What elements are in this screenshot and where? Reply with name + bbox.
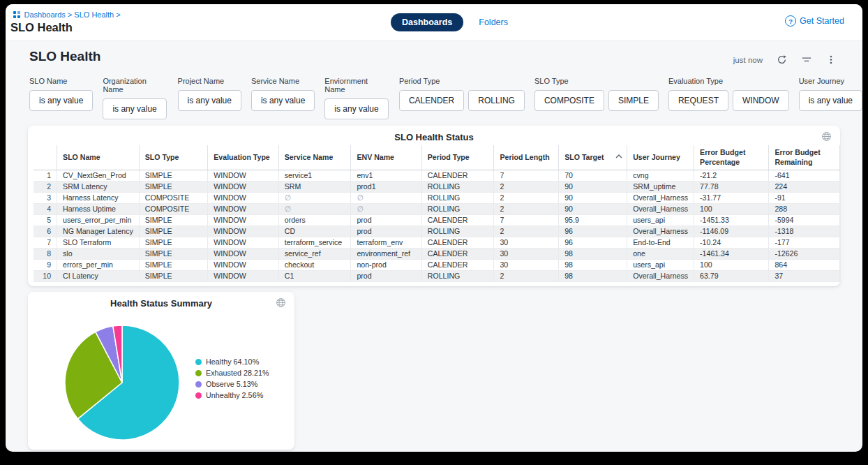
table-cell: 90 (559, 204, 627, 215)
row-number: 6 (33, 226, 57, 237)
explore-globe-icon[interactable] (276, 297, 286, 310)
table-cell: cvng (627, 170, 694, 182)
filter-value-button[interactable]: is any value (251, 90, 315, 111)
breadcrumb[interactable]: Dashboards > SLO Health > (13, 10, 121, 19)
table-cell: ROLLING (421, 226, 494, 237)
filter-value-button[interactable]: is any value (29, 90, 93, 111)
table-cell: CALENDER (421, 237, 494, 249)
table-cell: slo (57, 249, 140, 260)
column-header[interactable]: SLO Name (57, 145, 140, 170)
table-cell: env1 (351, 170, 421, 182)
table-cell: Overall_Harness (627, 193, 694, 204)
table-row[interactable]: 5users_error_per_minSIMPLEWINDOWorderspr… (33, 215, 840, 226)
table-cell: SIMPLE (139, 215, 208, 226)
table-body: 1CV_NextGen_ProdSIMPLEWINDOWservice1env1… (33, 170, 840, 282)
table-cell: users_api (627, 260, 694, 271)
table-cell: 37 (769, 271, 840, 282)
legend-item-observe[interactable]: Observe 5.13% (195, 380, 269, 388)
table-cell: -1451.33 (694, 215, 769, 226)
table-cell: prod (351, 215, 421, 226)
column-header[interactable]: SLO Type (139, 145, 208, 170)
column-header[interactable]: Error Budget Percentage (694, 145, 769, 170)
column-header[interactable]: Service Name (278, 145, 351, 170)
table-cell: WINDOW (208, 271, 278, 282)
table-row[interactable]: 3Harness LatencyCOMPOSITEWINDOW∅∅ROLLING… (33, 193, 840, 204)
table-cell: WINDOW (208, 260, 278, 271)
filter-value-button[interactable]: CALENDER (399, 90, 464, 111)
legend-label: Observe 5.13% (206, 380, 257, 388)
refresh-button[interactable] (777, 54, 787, 65)
table-cell: WINDOW (208, 182, 278, 193)
table-cell: CI Latency (57, 271, 140, 282)
legend-dot (195, 392, 202, 399)
legend-item-healthy[interactable]: Healthy 64.10% (195, 357, 269, 366)
breadcrumb-text[interactable]: Dashboards > SLO Health > (24, 10, 121, 19)
filter-label: User Journey (799, 77, 862, 85)
pie-chart-title: Health Status Summary (28, 292, 294, 309)
table-cell: WINDOW (208, 204, 278, 215)
table-row[interactable]: 8sloSIMPLEWINDOWservice_refenvironment_r… (33, 249, 840, 260)
filter-value-button[interactable]: is any value (178, 90, 241, 111)
filter-value-button[interactable]: SIMPLE (608, 90, 659, 111)
filter-value-button[interactable]: is any value (103, 98, 166, 119)
legend-item-exhausted[interactable]: Exhausted 28.21% (195, 369, 269, 377)
table-cell: ROLLING (421, 182, 494, 193)
column-header[interactable]: Period Length (494, 145, 559, 170)
table-row[interactable]: 2SRM LatencySIMPLEWINDOWSRMprod1ROLLING2… (33, 182, 840, 193)
table-row[interactable]: 1CV_NextGen_ProdSIMPLEWINDOWservice1env1… (33, 170, 840, 182)
filter-value-button[interactable]: COMPOSITE (534, 90, 604, 111)
table-cell: 224 (769, 182, 840, 193)
table-cell: COMPOSITE (139, 204, 208, 215)
table-row[interactable]: 6NG Manager LatencySIMPLEWINDOWCDprodROL… (33, 226, 840, 237)
table-cell: one (627, 249, 694, 260)
tab-folders[interactable]: Folders (479, 17, 508, 27)
table-cell: non-prod (351, 260, 421, 271)
table-cell: prod1 (351, 182, 421, 193)
table-cell: 288 (769, 204, 840, 215)
filter-value-button[interactable]: is any value (799, 90, 862, 111)
table-cell: -1146.09 (694, 226, 769, 237)
table-cell: 98 (559, 271, 627, 282)
column-header[interactable]: ENV Name (351, 145, 421, 170)
legend-label: Exhausted 28.21% (206, 369, 269, 377)
table-row[interactable]: 4Harness UptimeCOMPOSITEWINDOW∅∅ROLLING2… (33, 204, 840, 215)
filter-label: Service Name (251, 77, 315, 85)
table-title: SLO Health Status (28, 126, 840, 142)
filter-value-button[interactable]: REQUEST (668, 90, 728, 111)
table-row[interactable]: 10CI LatencySIMPLEWINDOWC1prodROLLING298… (33, 271, 840, 282)
health-status-pie-chart[interactable] (59, 320, 185, 445)
slo-health-status-card: SLO Health Status SLO NameSLO TypeEvalua… (28, 126, 840, 286)
table-cell: 98 (559, 249, 627, 260)
column-header[interactable]: User Journey (627, 145, 694, 170)
filter-value-button[interactable]: is any value (324, 98, 388, 119)
column-header[interactable]: Error Budget Remaining (769, 145, 840, 170)
table-cell: -1318 (769, 226, 840, 237)
explore-globe-icon[interactable] (821, 131, 832, 144)
table-cell: CALENDER (421, 260, 494, 271)
legend-item-unhealthy[interactable]: Unhealthy 2.56% (195, 391, 269, 399)
filter-value-button[interactable]: WINDOW (733, 90, 789, 111)
more-options-button[interactable] (826, 54, 836, 65)
table-cell: SLO Terraform (57, 237, 140, 249)
table-cell: -31.77 (694, 193, 769, 204)
row-number: 7 (33, 237, 57, 249)
table-cell: users_api (627, 215, 694, 226)
get-started-link[interactable]: ? Get Started (785, 15, 844, 27)
column-header[interactable]: Period Type (421, 145, 494, 170)
legend-dot (195, 370, 202, 376)
filter-value-button[interactable]: ROLLING (468, 90, 525, 111)
table-cell: WINDOW (208, 170, 278, 182)
filter-label: Enviornment Name (324, 77, 389, 94)
filter-organization-name: Organization Nameis any value (103, 77, 167, 119)
table-row[interactable]: 7SLO TerraformSIMPLEWINDOWterraform_serv… (33, 237, 840, 249)
table-row[interactable]: 9errors_per_minSIMPLEWINDOWcheckoutnon-p… (33, 260, 840, 271)
column-header[interactable]: Evaluation Type (208, 145, 278, 170)
column-header[interactable]: SLO Target (559, 145, 627, 170)
tab-dashboards[interactable]: Dashboards (391, 13, 463, 31)
table-cell: WINDOW (208, 193, 278, 204)
table-cell: prod (351, 271, 421, 282)
table-cell: SIMPLE (139, 260, 208, 271)
table-cell: SRM Latency (57, 182, 140, 193)
filter-toggle-button[interactable] (801, 54, 812, 65)
filter-slo-name: SLO Nameis any value (29, 77, 93, 119)
